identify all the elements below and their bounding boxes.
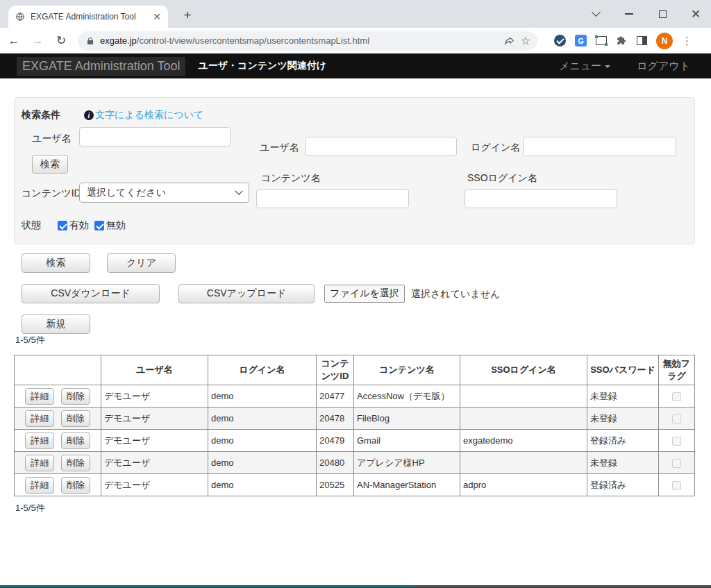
cell-login-name: demo — [208, 430, 317, 452]
user-name-input-2[interactable] — [305, 137, 457, 156]
detail-button[interactable]: 詳細 — [25, 388, 54, 405]
sso-login-name-input[interactable] — [465, 189, 617, 208]
content-name-label: コンテンツ名 — [261, 172, 321, 185]
content-id-select[interactable]: 選択してください — [79, 183, 249, 203]
table-row: 詳細 削除 デモユーザ demo 20477 AccessNow（デモ版） 未登… — [15, 385, 695, 408]
new-button[interactable]: 新規 — [22, 314, 90, 334]
address-bar[interactable]: exgate.jp/control-t/view/usercontentsmap… — [78, 31, 537, 51]
delete-button[interactable]: 削除 — [61, 410, 90, 427]
cell-content-id: 20477 — [317, 385, 354, 408]
header-sso-login-name: SSOログイン名 — [460, 355, 587, 385]
tab-close-icon[interactable]: ✕ — [153, 12, 161, 22]
table-row: 詳細 削除 デモユーザ demo 20480 アプレシア様HP 未登録 — [15, 452, 695, 474]
search-help-link[interactable]: 文字による検索について — [95, 109, 203, 121]
disabled-flag-checkbox — [672, 459, 681, 468]
share-icon[interactable] — [504, 35, 515, 47]
extension-check-icon[interactable] — [554, 35, 566, 47]
disabled-flag-checkbox — [672, 437, 681, 446]
table-row: 詳細 削除 デモユーザ demo 20478 FileBlog 未登録 — [15, 408, 695, 430]
header-actions — [15, 355, 101, 385]
browser-tab[interactable]: EXGATE Administration Tool ✕ — [8, 6, 168, 28]
close-button[interactable]: ✕ — [690, 8, 701, 19]
browser-toolbar: ← → ↻ exgate.jp/control-t/view/userconte… — [0, 28, 711, 53]
search-small-button[interactable]: 検索 — [32, 155, 68, 174]
clear-button[interactable]: クリア — [107, 253, 176, 273]
user-name-input-1[interactable] — [79, 127, 231, 146]
status-enabled-checkbox[interactable] — [58, 221, 67, 230]
csv-download-button[interactable]: CSVダウンロード — [22, 284, 160, 303]
footer-bar — [0, 585, 711, 588]
login-name-input[interactable] — [523, 137, 676, 156]
screen-capture-icon[interactable] — [596, 36, 607, 45]
delete-button[interactable]: 削除 — [61, 477, 90, 494]
table-row: 詳細 削除 デモユーザ demo 20525 AN-ManagerStation… — [15, 474, 695, 496]
cell-content-name: Gmail — [354, 430, 460, 452]
extensions-puzzle-icon[interactable] — [616, 35, 628, 47]
browser-menu-kebab-icon[interactable]: ⋮ — [682, 35, 692, 47]
cell-sso-password: 未登録 — [587, 452, 659, 474]
file-select-button[interactable]: ファイルを選択 — [324, 285, 405, 303]
back-icon[interactable]: ← — [7, 34, 21, 48]
detail-button[interactable]: 詳細 — [25, 410, 54, 427]
cell-sso-login-name: exgatedemo — [460, 430, 587, 452]
cell-user-name: デモユーザ — [101, 430, 208, 452]
forward-icon[interactable]: → — [31, 34, 44, 48]
profile-avatar[interactable]: N — [656, 33, 673, 49]
delete-button[interactable]: 削除 — [61, 432, 90, 449]
minimize-button[interactable] — [624, 8, 635, 19]
table-row: 詳細 削除 デモユーザ demo 20479 Gmail exgatedemo … — [15, 430, 695, 452]
header-content-name: コンテンツ名 — [354, 355, 460, 385]
file-selected-status: 選択されていません — [411, 288, 500, 301]
window-menu-chevron-icon[interactable] — [590, 8, 601, 19]
cell-content-id: 20478 — [317, 408, 354, 430]
detail-button[interactable]: 詳細 — [25, 455, 54, 471]
detail-button[interactable]: 詳細 — [25, 432, 54, 449]
reload-icon[interactable]: ↻ — [54, 33, 68, 48]
menu-dropdown[interactable]: メニュー — [559, 60, 610, 73]
footer-teal-segment — [0, 585, 415, 588]
lock-icon — [86, 37, 94, 45]
cell-sso-login-name — [460, 385, 587, 408]
cell-sso-login-name: adpro — [460, 474, 587, 496]
cell-sso-login-name — [460, 408, 587, 430]
cell-sso-password: 登録済み — [587, 474, 659, 496]
page-viewport: EXGATE Administration Tool ユーザ・コンテンツ関連付け… — [0, 53, 711, 588]
search-button[interactable]: 検索 — [22, 253, 90, 273]
content-name-input[interactable] — [256, 189, 409, 208]
delete-button[interactable]: 削除 — [61, 455, 90, 471]
cell-sso-password: 未登録 — [587, 385, 659, 408]
cell-content-name: AccessNow（デモ版） — [354, 385, 460, 408]
header-disabled-flag: 無効フラグ — [659, 355, 695, 385]
search-panel-title: 検索条件 — [22, 109, 60, 121]
cell-user-name: デモユーザ — [101, 408, 208, 430]
status-enabled-label: 有効 — [69, 219, 89, 232]
delete-button[interactable]: 削除 — [61, 388, 90, 405]
cell-login-name: demo — [208, 385, 317, 408]
app-brand[interactable]: EXGATE Administration Tool — [17, 57, 185, 76]
disabled-flag-checkbox — [672, 481, 681, 490]
new-tab-button[interactable]: + — [178, 6, 197, 25]
maximize-button[interactable] — [657, 8, 668, 19]
status-disabled-label: 無効 — [106, 219, 126, 232]
status-disabled-checkbox[interactable] — [94, 221, 104, 230]
disabled-flag-checkbox — [672, 414, 681, 423]
header-login-name: ログイン名 — [208, 355, 317, 385]
tab-title: EXGATE Administration Tool — [31, 12, 147, 22]
cell-sso-login-name — [460, 452, 587, 474]
cell-content-name: AN-ManagerStation — [354, 474, 460, 496]
chevron-down-icon — [605, 65, 610, 68]
side-panel-icon[interactable] — [637, 36, 647, 45]
result-count-top: 1-5/5件 — [15, 334, 45, 346]
bookmark-star-icon[interactable]: ☆ — [521, 34, 530, 47]
translate-icon[interactable]: G — [575, 35, 587, 47]
logout-link[interactable]: ログアウト — [637, 60, 690, 73]
select-chevron-icon — [235, 187, 242, 194]
cell-content-name: アプレシア様HP — [354, 452, 460, 474]
csv-upload-button[interactable]: CSVアップロード — [178, 284, 315, 303]
detail-button[interactable]: 詳細 — [25, 477, 54, 494]
footer-gray-segment — [415, 585, 711, 588]
user-name-label-1: ユーザ名 — [32, 133, 72, 145]
cell-content-id: 20525 — [317, 474, 354, 496]
cell-user-name: デモユーザ — [101, 385, 208, 408]
header-user-name: ユーザ名 — [101, 355, 208, 385]
